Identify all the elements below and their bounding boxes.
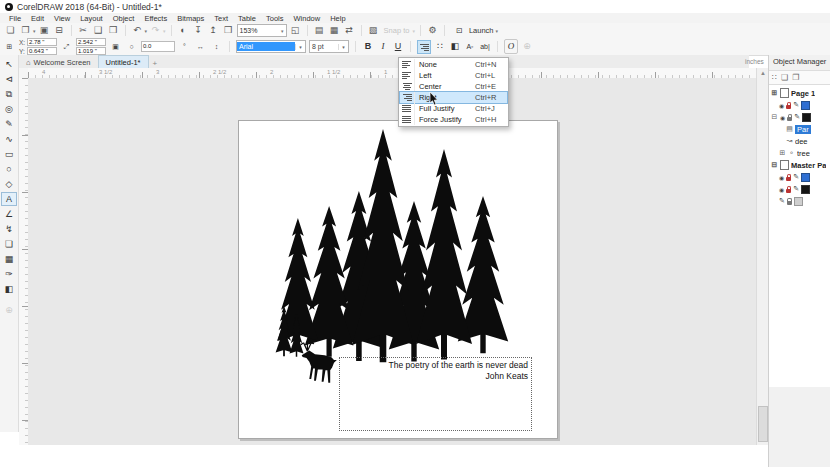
pan-icon[interactable]: ⇄ — [343, 24, 356, 37]
preview-mode-icon[interactable]: ▧ — [367, 24, 380, 37]
visibility-icon[interactable]: ◉ — [779, 102, 784, 109]
tree-row-trees-group[interactable]: ⊞ ∘ tree — [769, 147, 830, 159]
fullscreen-preview-icon[interactable]: ◱ — [289, 24, 302, 37]
paste-icon[interactable]: ❒ — [107, 24, 120, 37]
launch-button[interactable]: ⊡ Launch ▾ — [450, 24, 501, 37]
menu-table[interactable]: Table — [233, 14, 261, 23]
launch-dropdown-icon[interactable]: ▾ — [496, 28, 499, 34]
scrollbar-thumb[interactable] — [758, 406, 768, 442]
lock-icon[interactable] — [786, 189, 791, 193]
open-dropdown-icon[interactable]: ▾ — [33, 28, 36, 34]
italic-button[interactable]: I — [377, 40, 389, 53]
lock-icon[interactable] — [786, 105, 791, 109]
publish-pdf-icon[interactable]: ❒ — [222, 24, 235, 37]
height-field[interactable]: 1.019 " — [76, 47, 106, 55]
menu-edit[interactable]: Edit — [26, 14, 49, 23]
edit-icon[interactable]: ✎ — [794, 113, 800, 121]
font-family-combo[interactable]: Arial ▾ — [236, 40, 306, 53]
paragraph-text-frame[interactable]: The poetry of the earth is never dead Jo… — [339, 357, 532, 431]
interactive-fill-tool[interactable]: ◧ — [2, 282, 16, 296]
tab-welcome-screen[interactable]: ⌂ Welcome Screen — [19, 56, 98, 68]
pick-tool[interactable]: ↖ — [2, 57, 16, 71]
tree-row-master-page[interactable]: ⊟ Master Pa — [769, 159, 830, 171]
trees-label[interactable]: tree — [797, 149, 810, 158]
mirror-horizontal-icon[interactable]: ↔ — [194, 40, 207, 53]
visibility-icon[interactable]: ◉ — [779, 174, 784, 181]
menu-item-left[interactable]: Left Ctrl+L — [400, 70, 507, 81]
deer-label[interactable]: dee — [795, 137, 808, 146]
paragraph-text-label[interactable]: Par — [795, 125, 811, 134]
more-tools-button[interactable]: ⊕ — [2, 303, 16, 317]
font-size-dropdown-icon[interactable]: ▾ — [338, 44, 348, 50]
shape-tool[interactable]: ⊲ — [2, 72, 16, 86]
menu-item-center[interactable]: Center Ctrl+E — [400, 81, 507, 92]
menu-item-full-justify[interactable]: Full Justify Ctrl+J — [400, 103, 507, 114]
lock-ratio-icon[interactable]: ▣ — [109, 40, 122, 53]
dimension-tool[interactable]: ∠ — [2, 207, 16, 221]
view-options-icon[interactable]: ∷ — [772, 73, 777, 82]
tree-row-master-guides[interactable]: ◉ ✎ — [769, 171, 830, 183]
edit-icon[interactable]: ✎ — [779, 197, 785, 205]
menu-layout[interactable]: Layout — [75, 14, 108, 23]
options-gear-icon[interactable]: ⚙ — [426, 24, 439, 37]
import-icon[interactable]: ↧ — [192, 24, 205, 37]
tree-row-layer1[interactable]: ⊟ ◉ ✎ — [769, 111, 830, 123]
edit-icon[interactable]: ✎ — [793, 101, 799, 109]
new-tab-button[interactable]: + — [149, 59, 162, 68]
tree-row-document-grid[interactable]: ✎ — [769, 195, 830, 207]
lock-icon[interactable] — [787, 117, 792, 121]
edit-icon[interactable]: ✎ — [793, 185, 799, 193]
collapse-icon[interactable]: ⊟ — [771, 113, 778, 121]
x-position-field[interactable]: 2.78 " — [27, 38, 57, 46]
mirror-vertical-icon[interactable]: ↕ — [210, 40, 223, 53]
menu-effects[interactable]: Effects — [139, 14, 172, 23]
visibility-icon[interactable]: ◉ — [779, 186, 784, 193]
copy-icon[interactable]: ❑ — [92, 24, 105, 37]
visibility-icon[interactable]: ◉ — [780, 114, 785, 121]
show-grid-icon[interactable]: ▦ — [328, 24, 341, 37]
menu-help[interactable]: Help — [325, 14, 350, 23]
font-dropdown-icon[interactable]: ▾ — [295, 44, 305, 50]
menu-text[interactable]: Text — [209, 14, 233, 23]
new-document-icon[interactable]: ❏ — [4, 24, 17, 37]
menu-bitmaps[interactable]: Bitmaps — [172, 14, 209, 23]
edit-text-button[interactable]: ab| — [479, 40, 491, 53]
crop-tool[interactable]: ⧉ — [2, 87, 16, 101]
collapse-icon[interactable]: ⊟ — [771, 161, 778, 169]
freehand-tool[interactable]: ✎ — [2, 117, 16, 131]
character-formatting-button[interactable]: A◦ — [464, 40, 476, 53]
search-icon[interactable]: ◐ — [177, 24, 190, 37]
drop-cap-button[interactable]: ◧ — [449, 40, 461, 53]
bold-button[interactable]: B — [362, 40, 374, 53]
tree-row-master-desktop[interactable]: ◉ ✎ — [769, 183, 830, 195]
expand-icon[interactable]: ⊞ — [779, 149, 786, 157]
tree-row-deer-curve[interactable]: ↝ dee — [769, 135, 830, 147]
menu-item-right[interactable]: Right Ctrl+R — [400, 92, 507, 103]
document-page[interactable]: The poetry of the earth is never dead Jo… — [238, 120, 558, 439]
print-icon[interactable]: ⊟ — [53, 24, 66, 37]
rectangle-tool[interactable]: ▭ — [2, 147, 16, 161]
zoom-dropdown-icon[interactable]: ▾ — [281, 28, 284, 34]
connector-tool[interactable]: ↯ — [2, 222, 16, 236]
tab-untitled-document[interactable]: Untitled-1* — [98, 55, 149, 68]
cut-icon[interactable]: ✂ — [77, 24, 90, 37]
text-alignment-button[interactable] — [417, 40, 431, 54]
zoom-tool[interactable]: ◎ — [2, 102, 16, 116]
export-icon[interactable]: ↥ — [207, 24, 220, 37]
text-tool[interactable]: A — [1, 192, 17, 206]
tree-row-paragraph-text[interactable]: ▤ Par — [769, 123, 830, 135]
undo-dropdown-icon[interactable]: ▾ — [145, 28, 148, 34]
outline-button[interactable]: O — [504, 39, 518, 54]
artistic-media-tool[interactable]: ∿ — [2, 132, 16, 146]
lock-icon[interactable] — [787, 201, 792, 205]
bulleted-list-button[interactable]: ∷ — [434, 40, 446, 53]
y-position-field[interactable]: 0.643 " — [27, 47, 57, 55]
menu-object[interactable]: Object — [108, 14, 140, 23]
ellipse-tool[interactable]: ○ — [2, 162, 16, 176]
eyedropper-tool[interactable]: ✑ — [2, 267, 16, 281]
undo-icon[interactable]: ↶ — [131, 24, 144, 37]
underline-button[interactable]: U — [392, 40, 404, 53]
font-size-combo[interactable]: 8 pt ▾ — [309, 40, 349, 53]
expand-icon[interactable]: ⊞ — [771, 89, 778, 97]
tree-row-guides-layer[interactable]: ◉ ✎ — [769, 99, 830, 111]
